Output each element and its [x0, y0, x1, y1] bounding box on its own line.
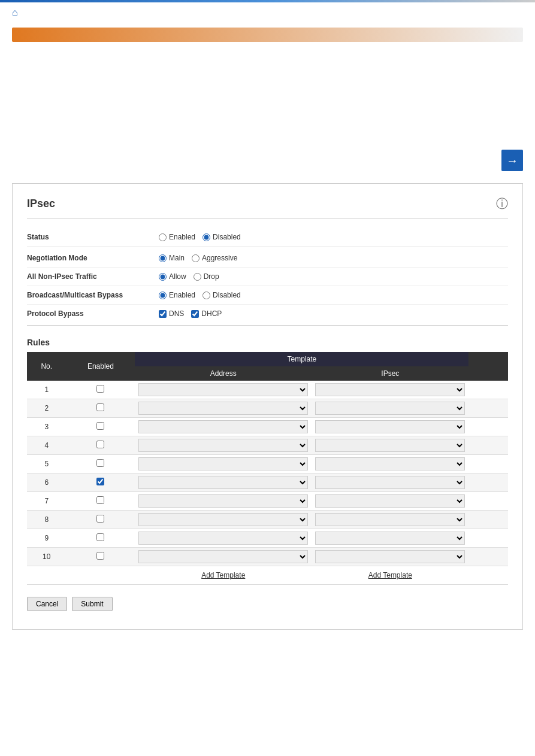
enabled-checkbox[interactable]	[96, 441, 104, 448]
ipsec-cell	[312, 511, 468, 529]
action-header	[468, 352, 508, 381]
dhcp-checkbox[interactable]	[191, 310, 199, 318]
add-template-address-link[interactable]: Add Template	[201, 571, 245, 579]
add-template-ipsec-link[interactable]: Add Template	[368, 571, 412, 579]
address-select[interactable]	[138, 494, 308, 508]
enabled-cell	[67, 455, 135, 473]
dns-label[interactable]: DNS	[159, 309, 184, 318]
ipsec-select[interactable]	[315, 383, 465, 396]
address-select[interactable]	[138, 532, 308, 545]
enabled-cell	[67, 381, 135, 399]
enabled-checkbox[interactable]	[96, 422, 104, 430]
address-cell	[135, 473, 312, 492]
enabled-checkbox[interactable]	[96, 403, 104, 411]
dhcp-label[interactable]: DHCP	[191, 309, 222, 318]
status-disabled-radio[interactable]	[202, 233, 210, 241]
address-cell	[135, 548, 312, 566]
cancel-button[interactable]: Cancel	[27, 597, 67, 611]
section-header	[12, 28, 523, 42]
drop-label[interactable]: Drop	[194, 272, 219, 281]
action-cell	[468, 436, 508, 455]
ipsec-cell	[312, 436, 468, 455]
enabled-checkbox[interactable]	[96, 459, 104, 467]
table-row: 2	[27, 399, 508, 418]
enabled-checkbox[interactable]	[96, 515, 104, 523]
table-row: 5	[27, 455, 508, 473]
row-number: 7	[27, 492, 67, 511]
address-cell	[135, 418, 312, 436]
row-number: 9	[27, 529, 67, 548]
address-select[interactable]	[138, 550, 308, 563]
add-template-ipsec-cell: Add Template	[312, 566, 468, 585]
ipsec-select[interactable]	[315, 476, 465, 489]
status-enabled-radio[interactable]	[159, 233, 167, 241]
negotiation-aggressive-radio[interactable]	[192, 254, 200, 262]
negotiation-aggressive-label[interactable]: Aggressive	[192, 254, 237, 262]
bypass-disabled-text: Disabled	[213, 291, 241, 299]
enabled-checkbox[interactable]	[96, 496, 104, 504]
ipsec-cell	[312, 399, 468, 418]
broadcast-bypass-options: Enabled Disabled	[159, 291, 241, 299]
enabled-checkbox[interactable]	[96, 552, 104, 560]
table-row: 7	[27, 492, 508, 511]
ipsec-select[interactable]	[315, 439, 465, 452]
ipsec-cell	[312, 529, 468, 548]
action-cell	[468, 473, 508, 492]
home-icon[interactable]: ⌂	[12, 7, 18, 18]
address-select[interactable]	[138, 439, 308, 452]
action-cell	[468, 418, 508, 436]
bypass-enabled-radio[interactable]	[159, 292, 167, 299]
submit-button[interactable]: Submit	[72, 597, 112, 611]
dhcp-text: DHCP	[201, 309, 222, 318]
protocol-bypass-options: DNS DHCP	[159, 309, 222, 318]
drop-radio[interactable]	[194, 273, 201, 281]
status-label: Status	[27, 233, 159, 241]
allow-radio[interactable]	[159, 273, 167, 281]
enabled-cell	[67, 529, 135, 548]
address-select[interactable]	[138, 402, 308, 415]
enabled-checkbox[interactable]	[96, 385, 104, 393]
negotiation-mode-row: Negotiation Mode Main Aggressive	[27, 249, 508, 268]
address-select[interactable]	[138, 476, 308, 489]
bypass-disabled-radio[interactable]	[202, 292, 210, 299]
status-enabled-label[interactable]: Enabled	[159, 233, 195, 241]
address-cell	[135, 511, 312, 529]
rules-table: No. Enabled Template Address IPsec 12345…	[27, 352, 508, 585]
bypass-enabled-label[interactable]: Enabled	[159, 291, 195, 299]
action-cell	[468, 399, 508, 418]
ipsec-cell	[312, 455, 468, 473]
ipsec-select[interactable]	[315, 513, 465, 526]
bypass-enabled-text: Enabled	[169, 291, 195, 299]
address-select[interactable]	[138, 383, 308, 396]
ipsec-select[interactable]	[315, 494, 465, 508]
status-disabled-label[interactable]: Disabled	[202, 233, 241, 241]
negotiation-main-label[interactable]: Main	[159, 254, 185, 262]
row-number: 6	[27, 473, 67, 492]
negotiation-mode-options: Main Aggressive	[159, 254, 237, 262]
row-number: 10	[27, 548, 67, 566]
arrow-button[interactable]: →	[501, 150, 523, 171]
bypass-disabled-label[interactable]: Disabled	[202, 291, 241, 299]
address-cell	[135, 399, 312, 418]
row-number: 8	[27, 511, 67, 529]
enabled-cell	[67, 511, 135, 529]
enabled-header: Enabled	[67, 352, 135, 381]
ipsec-select[interactable]	[315, 420, 465, 433]
home-area: ⌂	[0, 2, 535, 23]
ipsec-cell	[312, 492, 468, 511]
address-select[interactable]	[138, 420, 308, 433]
enabled-checkbox[interactable]	[96, 478, 104, 485]
dns-checkbox[interactable]	[159, 310, 167, 318]
ipsec-select[interactable]	[315, 457, 465, 470]
allow-label[interactable]: Allow	[159, 272, 186, 281]
ipsec-select[interactable]	[315, 550, 465, 563]
action-cell	[468, 492, 508, 511]
ipsec-select[interactable]	[315, 532, 465, 545]
help-icon[interactable]: ⓘ	[496, 196, 508, 212]
negotiation-main-radio[interactable]	[159, 254, 167, 262]
ipsec-select[interactable]	[315, 402, 465, 415]
address-select[interactable]	[138, 457, 308, 470]
address-select[interactable]	[138, 513, 308, 526]
table-row: 1	[27, 381, 508, 399]
enabled-checkbox[interactable]	[96, 533, 104, 541]
